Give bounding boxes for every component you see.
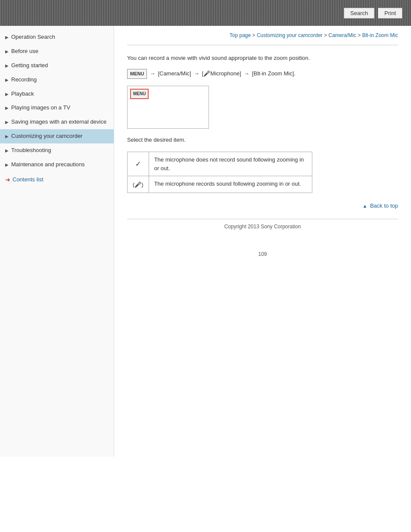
- arrow-icon: ▶: [5, 34, 9, 40]
- breadcrumb-sep2: >: [324, 32, 328, 38]
- arrow-icon: ▶: [5, 105, 9, 111]
- copyright: Copyright 2013 Sony Corporation: [224, 224, 301, 230]
- sidebar-item-label: Customizing your camcorder: [11, 133, 82, 140]
- option-description-2: The microphone records sound following z…: [149, 176, 312, 193]
- sidebar-item-label: Playing images on a TV: [11, 104, 70, 112]
- screen-menu-button: MENU: [130, 89, 149, 99]
- arrow-icon: ▶: [5, 148, 9, 153]
- arrow-char-2: →: [194, 69, 199, 78]
- option-description-1: The microphone does not record sound fol…: [149, 152, 312, 176]
- table-row: ✓ The microphone does not record sound f…: [128, 152, 312, 176]
- intro-text: You can record a movie with vivid sound …: [127, 54, 398, 63]
- arrow-icon: ▶: [5, 162, 9, 168]
- footer-divider: [127, 219, 398, 219]
- sidebar: ▶ Operation Search ▶ Before use ▶ Gettin…: [0, 26, 114, 457]
- arrow-char-1: →: [149, 69, 155, 78]
- back-to-top-link[interactable]: ▲ Back to top: [362, 202, 398, 209]
- sidebar-item-playback[interactable]: ▶ Playback: [0, 87, 114, 101]
- path-part2: [🎤Microphone]: [202, 69, 241, 78]
- back-to-top-label: Back to top: [370, 202, 398, 209]
- back-to-top: ▲ Back to top: [127, 202, 398, 211]
- footer: Copyright 2013 Sony Corporation: [127, 224, 398, 238]
- sidebar-item-maintenance[interactable]: ▶ Maintenance and precautions: [0, 158, 114, 172]
- breadcrumb-sep1: >: [252, 32, 257, 38]
- screen-image: MENU: [127, 86, 209, 129]
- sidebar-item-label: Operation Search: [11, 34, 55, 41]
- sidebar-item-getting-started[interactable]: ▶ Getting started: [0, 59, 114, 73]
- path-part3: [Blt-in Zoom Mic].: [252, 69, 296, 78]
- sidebar-item-label: Recording: [11, 76, 37, 84]
- check-cell: ✓: [128, 152, 149, 176]
- arrow-char-3: →: [244, 69, 249, 78]
- breadcrumb-sep3: >: [358, 32, 362, 38]
- sidebar-item-saving-images[interactable]: ▶ Saving images with an external device: [0, 115, 114, 129]
- sidebar-item-label: Playback: [11, 90, 34, 98]
- sidebar-item-troubleshooting[interactable]: ▶ Troubleshooting: [0, 143, 114, 158]
- breadcrumb-customizing[interactable]: Customizing your camcorder: [257, 32, 323, 38]
- header: Search Print: [0, 0, 411, 26]
- sidebar-item-label: Maintenance and precautions: [11, 161, 85, 168]
- arrow-icon: ▶: [5, 49, 9, 54]
- breadcrumb-camera-mic[interactable]: Camera/Mic: [328, 32, 356, 38]
- sidebar-item-customizing[interactable]: ▶ Customizing your camcorder: [0, 129, 114, 143]
- breadcrumb-blt-zoom[interactable]: Blt-in Zoom Mic: [362, 32, 398, 38]
- contents-list-link[interactable]: ➔ Contents list: [0, 172, 114, 187]
- arrow-icon: ▶: [5, 134, 9, 139]
- sidebar-item-label: Troubleshooting: [11, 147, 51, 154]
- sidebar-item-operation-search[interactable]: ▶ Operation Search: [0, 30, 114, 44]
- sidebar-item-label: Getting started: [11, 62, 48, 69]
- sidebar-item-playing-images[interactable]: ▶ Playing images on a TV: [0, 101, 114, 115]
- arrow-icon: ▶: [5, 63, 9, 68]
- print-button[interactable]: Print: [378, 8, 402, 19]
- sidebar-item-label: Before use: [11, 48, 38, 55]
- table-row: (🎤) The microphone records sound followi…: [128, 176, 312, 193]
- search-button[interactable]: Search: [344, 8, 374, 19]
- sidebar-item-before-use[interactable]: ▶ Before use: [0, 44, 114, 59]
- arrow-icon: ▶: [5, 77, 9, 83]
- breadcrumb: Top page > Customizing your camcorder > …: [127, 32, 398, 38]
- triangle-icon: ▲: [362, 203, 367, 208]
- arrow-icon: ▶: [5, 91, 9, 97]
- path-part1: [Camera/Mic]: [158, 69, 191, 78]
- main-layout: ▶ Operation Search ▶ Before use ▶ Gettin…: [0, 26, 411, 457]
- content-body: You can record a movie with vivid sound …: [127, 54, 398, 210]
- page-number: 109: [127, 251, 398, 257]
- breadcrumb-top-page[interactable]: Top page: [230, 32, 251, 38]
- arrow-right-icon: ➔: [5, 176, 10, 183]
- mic-icon-cell: (🎤): [128, 176, 149, 193]
- arrow-icon: ▶: [5, 119, 9, 125]
- select-text: Select the desired item.: [127, 136, 398, 145]
- content-area: Top page > Customizing your camcorder > …: [114, 26, 411, 457]
- options-table: ✓ The microphone does not record sound f…: [127, 152, 312, 193]
- menu-path: MENU → [Camera/Mic] → [🎤Microphone] → [B…: [127, 69, 398, 79]
- sidebar-item-label: Saving images with an external device: [11, 118, 106, 126]
- sidebar-item-recording[interactable]: ▶ Recording: [0, 73, 114, 87]
- contents-list-label: Contents list: [12, 176, 44, 183]
- divider: [127, 45, 398, 45]
- menu-box: MENU: [127, 69, 147, 79]
